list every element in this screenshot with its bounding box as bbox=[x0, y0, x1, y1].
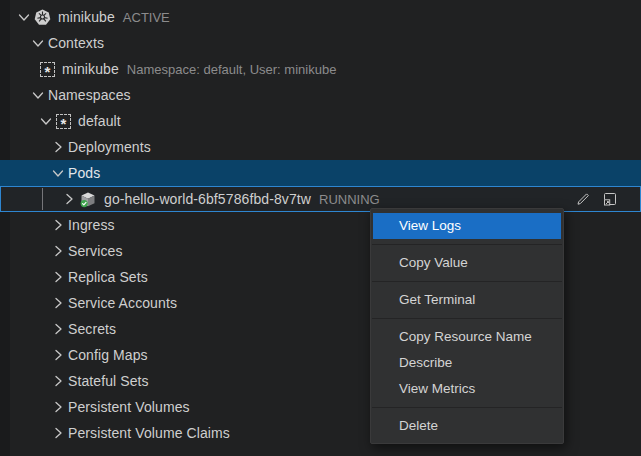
tree-item-default-namespace[interactable]: *default bbox=[0, 108, 641, 134]
menu-item-get-terminal[interactable]: Get Terminal bbox=[373, 287, 561, 313]
chevron-down-icon[interactable] bbox=[36, 113, 56, 129]
chevron-right-icon[interactable] bbox=[48, 399, 68, 415]
tree-item-namespaces[interactable]: Namespaces bbox=[0, 82, 641, 108]
tree-item-label: Secrets bbox=[68, 321, 116, 337]
tree-item-description: ACTIVE bbox=[123, 10, 170, 25]
menu-item-view-logs[interactable]: View Logs bbox=[373, 213, 561, 239]
chevron-down-icon[interactable] bbox=[28, 87, 48, 103]
tree-item-label: go-hello-world-6bf5786fbd-8v7tw bbox=[104, 191, 311, 207]
context-star-icon: * bbox=[40, 62, 55, 77]
context-menu: View LogsCopy ValueGet TerminalCopy Reso… bbox=[370, 208, 564, 444]
context-star-icon: * bbox=[56, 114, 71, 129]
tree-item-deployments[interactable]: Deployments bbox=[0, 134, 641, 160]
chevron-right-icon[interactable] bbox=[48, 425, 68, 441]
tree-item-label: Pods bbox=[68, 165, 100, 181]
tree-item-label: Stateful Sets bbox=[68, 373, 149, 389]
menu-item-copy-resource-name[interactable]: Copy Resource Name bbox=[373, 324, 561, 350]
chevron-right-icon[interactable] bbox=[48, 295, 68, 311]
tree-item-label: Persistent Volumes bbox=[68, 399, 190, 415]
tree-item-label: Namespaces bbox=[48, 87, 131, 103]
pod-action-edit-pencil-button[interactable] bbox=[574, 190, 592, 208]
tree-item-label: Contexts bbox=[48, 35, 104, 51]
tree-item-label: Deployments bbox=[68, 139, 151, 155]
row-inline-actions bbox=[574, 190, 619, 208]
tree-item-minikube-cluster[interactable]: minikubeACTIVE bbox=[0, 4, 641, 30]
active-indent-guide bbox=[42, 188, 43, 210]
chevron-right-icon[interactable] bbox=[48, 373, 68, 389]
chevron-down-icon[interactable] bbox=[48, 165, 68, 181]
chevron-right-icon[interactable] bbox=[48, 269, 68, 285]
pod-icon bbox=[79, 191, 97, 208]
tree-item-pods[interactable]: Pods bbox=[0, 160, 641, 186]
edit-pencil-icon bbox=[575, 191, 591, 207]
menu-item-delete[interactable]: Delete bbox=[373, 413, 561, 439]
tree-item-label: Service Accounts bbox=[68, 295, 177, 311]
tree-item-label: minikube bbox=[58, 9, 115, 25]
tree-item-label: Config Maps bbox=[68, 347, 148, 363]
tree-item-contexts[interactable]: Contexts bbox=[0, 30, 641, 56]
pod-action-open-preview-button[interactable] bbox=[601, 190, 619, 208]
tree-item-description: Namespace: default, User: minikube bbox=[127, 62, 337, 77]
menu-item-view-metrics[interactable]: View Metrics bbox=[373, 376, 561, 402]
tree-item-label: Persistent Volume Claims bbox=[68, 425, 230, 441]
tree-item-minikube-context[interactable]: *minikubeNamespace: default, User: minik… bbox=[0, 56, 641, 82]
chevron-right-icon[interactable] bbox=[48, 347, 68, 363]
tree-item-description: RUNNING bbox=[319, 192, 380, 207]
tree-item-label: Services bbox=[68, 243, 122, 259]
open-preview-icon bbox=[602, 191, 618, 207]
menu-separator bbox=[372, 407, 562, 408]
menu-separator bbox=[372, 281, 562, 282]
chevron-right-icon[interactable] bbox=[48, 321, 68, 337]
chevron-down-icon[interactable] bbox=[14, 9, 34, 25]
tree-item-label: minikube bbox=[62, 61, 119, 77]
menu-item-describe[interactable]: Describe bbox=[373, 350, 561, 376]
menu-separator bbox=[372, 318, 562, 319]
menu-separator bbox=[372, 244, 562, 245]
chevron-down-icon[interactable] bbox=[28, 35, 48, 51]
chevron-right-icon[interactable] bbox=[48, 243, 68, 259]
chevron-right-icon[interactable] bbox=[48, 217, 68, 233]
kubernetes-icon bbox=[34, 9, 51, 26]
menu-item-copy-value[interactable]: Copy Value bbox=[373, 250, 561, 276]
tree-item-label: Ingress bbox=[68, 217, 115, 233]
chevron-right-icon[interactable] bbox=[59, 191, 79, 207]
tree-item-label: Replica Sets bbox=[68, 269, 148, 285]
tree-item-label: default bbox=[78, 113, 121, 129]
chevron-right-icon[interactable] bbox=[48, 139, 68, 155]
